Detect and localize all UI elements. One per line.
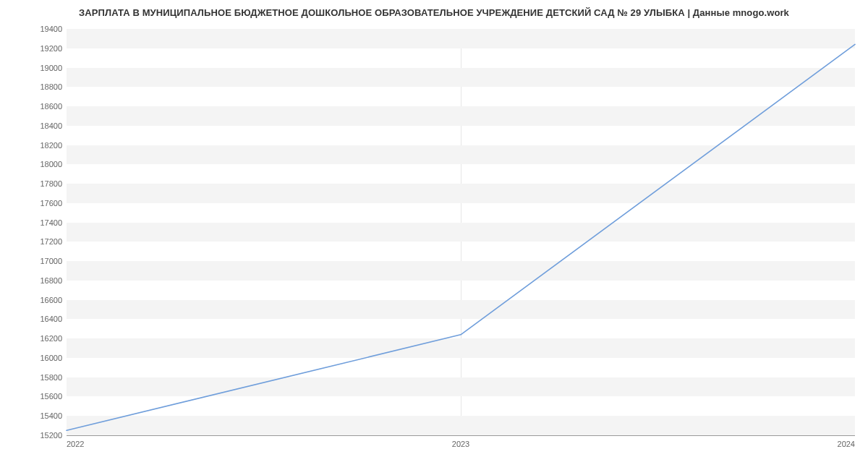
y-tick-label: 15400 (4, 411, 62, 420)
y-tick-label: 16600 (4, 296, 62, 304)
x-tick-label: 2024 (838, 440, 855, 448)
x-tick-label: 2023 (452, 440, 469, 448)
y-tick-label: 18600 (4, 102, 62, 111)
y-tick-label: 17600 (4, 199, 62, 208)
y-tick-label: 19400 (4, 25, 62, 33)
y-tick-label: 16400 (4, 315, 62, 323)
plot-area (67, 29, 855, 436)
y-tick-label: 16000 (4, 354, 62, 362)
y-tick-label: 17400 (4, 218, 62, 227)
y-tick-label: 16800 (4, 276, 62, 285)
y-tick-label: 19000 (4, 64, 62, 72)
chart-container: ЗАРПЛАТА В МУНИЦИПАЛЬНОЕ БЮДЖЕТНОЕ ДОШКО… (0, 0, 868, 470)
y-tick-label: 17000 (4, 257, 62, 265)
y-tick-label: 18400 (4, 121, 62, 130)
y-tick-label: 15800 (4, 373, 62, 382)
y-tick-label: 18200 (4, 141, 62, 150)
y-tick-label: 18800 (4, 82, 62, 91)
y-tick-label: 15200 (4, 431, 62, 440)
y-tick-label: 19200 (4, 44, 62, 53)
y-tick-label: 15600 (4, 392, 62, 401)
y-tick-label: 17200 (4, 237, 62, 246)
x-tick-label: 2022 (67, 440, 84, 448)
line-series (67, 29, 855, 435)
y-tick-label: 16200 (4, 334, 62, 343)
chart-title: ЗАРПЛАТА В МУНИЦИПАЛЬНОЕ БЮДЖЕТНОЕ ДОШКО… (0, 0, 868, 18)
y-tick-label: 18000 (4, 160, 62, 168)
y-tick-label: 17800 (4, 179, 62, 188)
